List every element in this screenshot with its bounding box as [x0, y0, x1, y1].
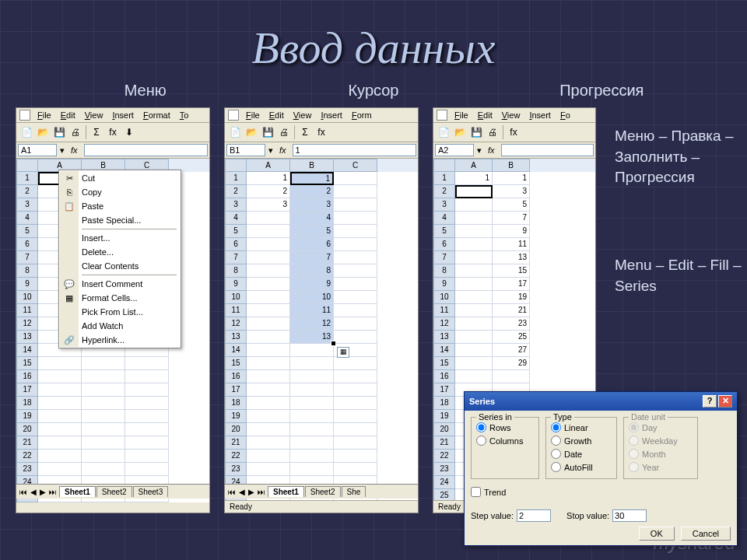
open-icon[interactable]: 📂	[452, 124, 468, 140]
row-header[interactable]: 15	[16, 357, 38, 370]
cell[interactable]: 7	[493, 212, 530, 225]
cell[interactable]	[247, 251, 290, 264]
cell[interactable]	[125, 463, 169, 476]
cell[interactable]	[493, 370, 530, 383]
row-header[interactable]: 20	[16, 423, 38, 436]
row-header[interactable]: 13	[433, 331, 455, 344]
cell[interactable]	[334, 450, 377, 463]
cell[interactable]	[334, 225, 377, 238]
ctx-paste[interactable]: 📋Paste	[60, 199, 180, 213]
cell[interactable]	[455, 370, 493, 383]
cell[interactable]	[125, 370, 169, 383]
menu-edit[interactable]: Edit	[265, 110, 288, 121]
cell[interactable]	[125, 383, 169, 397]
row-header[interactable]: 12	[225, 317, 247, 331]
row-header[interactable]: 8	[433, 264, 455, 278]
cell[interactable]	[125, 397, 169, 410]
name-box[interactable]: A1	[18, 144, 57, 156]
cell[interactable]	[247, 225, 290, 238]
ctx-add-watch[interactable]: Add Watch	[60, 319, 180, 333]
cell[interactable]	[290, 463, 334, 476]
cell[interactable]	[334, 410, 377, 423]
cell[interactable]	[455, 212, 493, 225]
cell[interactable]: 29	[493, 357, 530, 370]
cell[interactable]: 25	[493, 331, 530, 344]
ctx-hyperlink-[interactable]: 🔗Hyperlink...	[60, 333, 180, 347]
cell[interactable]	[38, 370, 82, 383]
open-icon[interactable]: 📂	[35, 124, 51, 140]
row-header[interactable]: 15	[433, 357, 455, 370]
cell[interactable]: 1	[290, 172, 334, 185]
tab-nav-prev-icon[interactable]: ◀	[29, 488, 38, 496]
cell[interactable]	[290, 370, 334, 383]
cell[interactable]	[334, 212, 377, 225]
cell[interactable]	[290, 423, 334, 436]
cell[interactable]	[247, 370, 290, 383]
row-header[interactable]: 1	[433, 172, 455, 185]
row-header[interactable]: 19	[16, 410, 38, 423]
cell[interactable]	[125, 357, 169, 370]
row-header[interactable]: 23	[225, 463, 247, 476]
cell[interactable]	[290, 344, 334, 357]
namebox-dropdown-icon[interactable]: ▾	[268, 145, 273, 156]
cell[interactable]	[82, 370, 125, 383]
row-header[interactable]: 3	[433, 198, 455, 212]
cell[interactable]	[82, 357, 125, 370]
tab-nav-last-icon[interactable]: ⏭	[47, 488, 58, 496]
row-header[interactable]: 12	[16, 317, 38, 331]
cell[interactable]	[334, 436, 377, 450]
row-header[interactable]: 8	[16, 264, 38, 278]
cell[interactable]	[334, 383, 377, 397]
cell[interactable]	[247, 357, 290, 370]
grid[interactable]: ABC1112223334455667788991010111112121313…	[225, 159, 418, 502]
cell[interactable]: 9	[290, 278, 334, 291]
cell[interactable]: 9	[493, 225, 530, 238]
row-header[interactable]: 9	[16, 278, 38, 291]
cell[interactable]: 10	[290, 291, 334, 304]
row-header[interactable]: 4	[225, 212, 247, 225]
cell[interactable]	[82, 423, 125, 436]
dialog-titlebar[interactable]: Series ? ✕	[465, 392, 737, 411]
cell[interactable]	[455, 264, 493, 278]
name-box[interactable]: B1	[226, 144, 265, 156]
cell[interactable]: 27	[493, 344, 530, 357]
row-header[interactable]: 13	[16, 331, 38, 344]
row-header[interactable]: 1	[225, 172, 247, 185]
cell[interactable]: 8	[290, 264, 334, 278]
autofill-options-icon[interactable]: ▦	[337, 347, 349, 358]
tab-sheet3[interactable]: She	[342, 486, 366, 497]
row-header[interactable]: 4	[16, 212, 38, 225]
row-header[interactable]: 23	[433, 463, 455, 476]
cell[interactable]	[82, 463, 125, 476]
row-header[interactable]: 3	[225, 198, 247, 212]
cell[interactable]	[334, 264, 377, 278]
new-icon[interactable]: 📄	[227, 124, 243, 140]
row-header[interactable]: 14	[433, 344, 455, 357]
row-header[interactable]: 2	[225, 185, 247, 198]
cell[interactable]: 4	[290, 212, 334, 225]
tab-sheet1[interactable]: Sheet1	[59, 486, 96, 497]
row-header[interactable]: 22	[225, 450, 247, 463]
fx-icon[interactable]: fx	[105, 124, 121, 140]
fx-icon[interactable]: fx	[506, 124, 521, 140]
cell[interactable]: 21	[493, 304, 530, 317]
open-icon[interactable]: 📂	[244, 124, 259, 140]
cell[interactable]: 11	[290, 304, 334, 317]
row-header[interactable]: 22	[16, 450, 38, 463]
tab-sheet2[interactable]: Sheet2	[96, 486, 132, 497]
print-icon[interactable]: 🖨	[68, 124, 83, 140]
cell[interactable]	[334, 423, 377, 436]
cell[interactable]	[334, 370, 377, 383]
row-header[interactable]: 19	[433, 410, 455, 423]
cell[interactable]	[334, 198, 377, 212]
cell[interactable]	[38, 450, 82, 463]
cell[interactable]	[455, 185, 493, 198]
cell[interactable]	[334, 185, 377, 198]
cell[interactable]	[38, 463, 82, 476]
cell[interactable]: 19	[493, 291, 530, 304]
row-header[interactable]: 10	[433, 291, 455, 304]
cell[interactable]	[290, 397, 334, 410]
tab-nav-first-icon[interactable]: ⏮	[226, 488, 237, 496]
row-header[interactable]: 7	[225, 251, 247, 264]
cell[interactable]: 17	[493, 278, 530, 291]
